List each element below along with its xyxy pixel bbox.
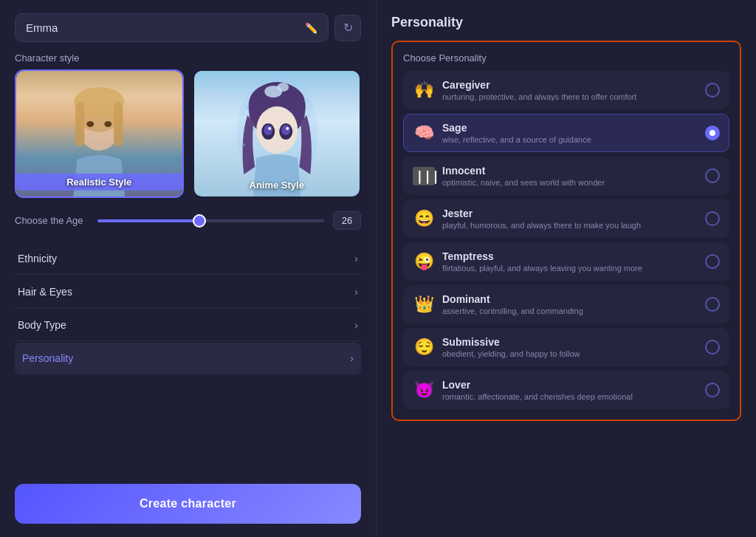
- innocent-desc: optimistic, naive, and sees world with w…: [442, 178, 698, 187]
- lover-text: Loverromantic, affectionate, and cherish…: [442, 379, 698, 401]
- personality-item-temptress[interactable]: 😜Temptressflirtatious, playful, and alwa…: [403, 242, 729, 281]
- svg-point-6: [104, 121, 111, 127]
- personality-item-sage[interactable]: 🧠Sagewise, reflective, and a source of g…: [403, 114, 729, 152]
- sage-text: Sagewise, reflective, and a source of gu…: [442, 122, 698, 144]
- submissive-icon: 😌: [413, 338, 435, 357]
- realistic-style-card[interactable]: Realistic Style: [15, 69, 184, 198]
- dominant-icon: 👑: [413, 295, 435, 314]
- menu-item-hair-eyes[interactable]: Hair & Eyes ›: [15, 276, 361, 308]
- create-character-button[interactable]: Create character: [15, 484, 361, 524]
- menu-items: Ethnicity › Hair & Eyes › Body Type › Pe…: [15, 243, 361, 374]
- temptress-name: Temptress: [442, 250, 698, 262]
- submissive-name: Submissive: [442, 336, 698, 348]
- dominant-name: Dominant: [442, 293, 698, 305]
- choose-personality-label: Choose Personality: [403, 52, 729, 64]
- personality-chevron: ›: [350, 352, 354, 364]
- caregiver-radio[interactable]: [705, 83, 720, 98]
- innocent-name: Innocent: [442, 165, 698, 177]
- innocent-radio[interactable]: [705, 168, 720, 183]
- left-panel: ✏️ ↻ Character style: [0, 0, 377, 537]
- svg-point-20: [242, 143, 245, 146]
- innocent-text: Innocentoptimistic, naive, and sees worl…: [442, 165, 698, 187]
- sage-radio[interactable]: [705, 126, 720, 140]
- temptress-text: Temptressflirtatious, playful, and alway…: [442, 250, 698, 273]
- personality-item-caregiver[interactable]: 🙌Caregivernurturing, protective, and alw…: [403, 71, 729, 109]
- personality-container: Choose Personality 🙌Caregivernurturing, …: [391, 41, 741, 421]
- age-row: Choose the Age 26: [15, 208, 361, 233]
- slider-thumb[interactable]: [193, 214, 206, 228]
- caregiver-text: Caregivernurturing, protective, and alwa…: [442, 79, 698, 101]
- ethnicity-label: Ethnicity: [18, 253, 57, 264]
- svg-rect-4: [114, 102, 123, 146]
- style-cards: Realistic Style: [15, 69, 361, 198]
- ethnicity-chevron: ›: [354, 253, 358, 264]
- lover-radio[interactable]: [705, 383, 720, 397]
- name-input-wrapper[interactable]: ✏️: [15, 13, 329, 42]
- jester-desc: playful, humorous, and always there to m…: [442, 221, 698, 230]
- submissive-radio[interactable]: [705, 340, 720, 355]
- lover-desc: romantic, affectionate, and cherishes de…: [442, 392, 698, 401]
- dominant-desc: assertive, controlling, and commanding: [442, 307, 698, 315]
- age-value: 26: [333, 211, 361, 230]
- hair-eyes-label: Hair & Eyes: [18, 286, 72, 298]
- personality-item-jester[interactable]: 😄Jesterplayful, humorous, and always the…: [403, 199, 729, 238]
- svg-point-14: [264, 125, 272, 135]
- svg-point-18: [246, 106, 249, 109]
- lover-icon: 😈: [413, 380, 435, 400]
- age-label: Choose the Age: [15, 215, 89, 226]
- svg-point-10: [277, 83, 289, 92]
- temptress-radio[interactable]: [705, 254, 720, 269]
- svg-point-16: [268, 127, 271, 130]
- caregiver-name: Caregiver: [442, 79, 698, 91]
- edit-icon[interactable]: ✏️: [305, 22, 317, 34]
- name-input[interactable]: [26, 21, 299, 34]
- panel-title: Personality: [391, 15, 741, 30]
- svg-rect-3: [75, 102, 84, 146]
- submissive-text: Submissiveobedient, yielding, and happy …: [442, 336, 698, 358]
- character-style-label: Character style: [15, 52, 361, 64]
- jester-text: Jesterplayful, humorous, and always ther…: [442, 208, 698, 230]
- dominant-text: Dominantassertive, controlling, and comm…: [442, 293, 698, 315]
- personality-label: Personality: [22, 352, 73, 364]
- jester-radio[interactable]: [705, 211, 720, 226]
- personality-item-submissive[interactable]: 😌Submissiveobedient, yielding, and happy…: [403, 328, 729, 366]
- caregiver-desc: nurturing, protective, and always there …: [442, 92, 698, 101]
- character-style-section: Character style: [15, 52, 361, 198]
- hair-eyes-chevron: ›: [354, 286, 358, 298]
- right-panel: Personality Choose Personality 🙌Caregive…: [377, 0, 756, 537]
- svg-point-19: [304, 98, 309, 103]
- anime-style-card[interactable]: Anime Style: [193, 69, 362, 198]
- sage-icon: 🧠: [413, 123, 435, 143]
- refresh-button[interactable]: ↻: [334, 15, 361, 41]
- menu-item-body-type[interactable]: Body Type ›: [15, 309, 361, 341]
- temptress-desc: flirtatious, playful, and always leaving…: [442, 264, 698, 273]
- dominant-radio[interactable]: [705, 297, 720, 312]
- name-row: ✏️ ↻: [15, 13, 361, 42]
- personality-item-dominant[interactable]: 👑Dominantassertive, controlling, and com…: [403, 285, 729, 324]
- innocent-icon: |||: [413, 167, 435, 185]
- slider-fill: [97, 219, 199, 222]
- anime-style-label: Anime Style: [194, 179, 360, 191]
- age-slider[interactable]: [97, 219, 324, 222]
- menu-item-personality[interactable]: Personality ›: [15, 343, 361, 374]
- personality-item-lover[interactable]: 😈Loverromantic, affectionate, and cheris…: [403, 371, 729, 409]
- svg-point-15: [281, 125, 290, 135]
- jester-icon: 😄: [413, 209, 435, 228]
- personality-item-innocent[interactable]: |||Innocentoptimistic, naive, and sees w…: [403, 157, 729, 195]
- svg-point-17: [286, 127, 289, 130]
- lover-name: Lover: [442, 379, 698, 391]
- realistic-style-label: Realistic Style: [16, 174, 182, 191]
- body-type-chevron: ›: [354, 319, 358, 331]
- personality-list: 🙌Caregivernurturing, protective, and alw…: [403, 71, 729, 409]
- menu-item-ethnicity[interactable]: Ethnicity ›: [15, 243, 361, 275]
- sage-name: Sage: [442, 122, 698, 134]
- submissive-desc: obedient, yielding, and happy to follow: [442, 349, 698, 358]
- body-type-label: Body Type: [18, 319, 66, 331]
- caregiver-icon: 🙌: [413, 81, 435, 100]
- svg-point-5: [86, 121, 94, 127]
- jester-name: Jester: [442, 208, 698, 219]
- temptress-icon: 😜: [413, 252, 435, 271]
- sage-desc: wise, reflective, and a source of guidan…: [442, 135, 698, 144]
